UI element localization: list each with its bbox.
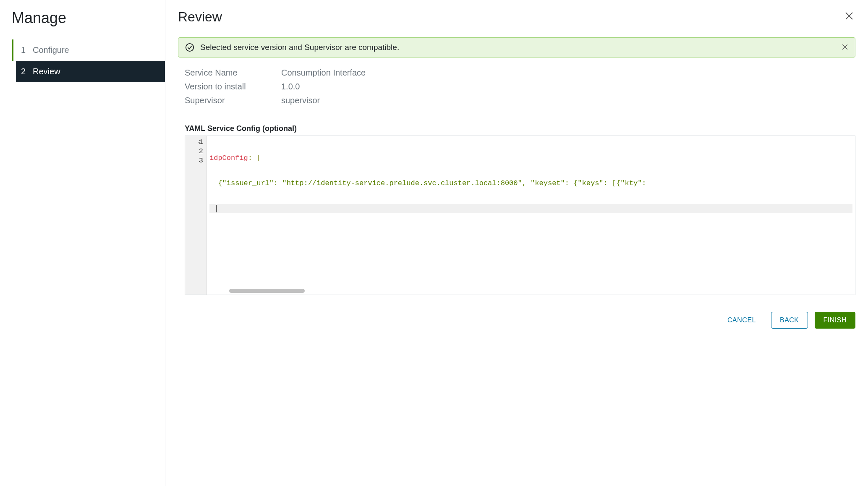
code-line-2: {"issuer_url": "http://identity-service.…	[209, 179, 852, 188]
service-name-value: Consumption Interface	[281, 68, 366, 78]
gutter-line-3: 3	[185, 156, 203, 165]
editor-code-area[interactable]: idpConfig: | {"issuer_url": "http://iden…	[207, 136, 855, 295]
back-button[interactable]: BACK	[771, 312, 808, 329]
main-content: Review Selected service version and Supe…	[165, 0, 868, 486]
gutter-line-2: 2	[185, 147, 203, 156]
close-button[interactable]	[843, 9, 855, 24]
step-label-configure: Configure	[33, 45, 69, 55]
page-title: Review	[178, 9, 222, 25]
alert-text: Selected service version and Supervisor …	[200, 43, 842, 52]
finish-button[interactable]: FINISH	[815, 312, 855, 329]
footer: CANCEL BACK FINISH	[178, 295, 855, 329]
text-cursor	[216, 205, 217, 212]
code-line-1: idpConfig: |	[209, 154, 852, 163]
cancel-button[interactable]: CANCEL	[719, 312, 764, 328]
info-row-version: Version to install 1.0.0	[185, 80, 855, 94]
step-number-2: 2	[21, 67, 33, 76]
yaml-section-label: YAML Service Config (optional)	[185, 124, 855, 133]
check-circle-icon	[185, 43, 194, 52]
yaml-editor[interactable]: 1▾ 2 3 idpConfig: | {"issuer_url": "http…	[185, 136, 855, 295]
close-icon	[842, 42, 848, 52]
success-alert: Selected service version and Supervisor …	[178, 37, 855, 57]
step-configure[interactable]: 1 Configure	[0, 39, 165, 61]
step-review[interactable]: 2 Review	[16, 61, 165, 82]
version-value: 1.0.0	[281, 82, 300, 91]
svg-point-2	[186, 44, 193, 51]
supervisor-label: Supervisor	[185, 96, 281, 105]
code-line-3	[209, 204, 852, 213]
version-label: Version to install	[185, 82, 281, 91]
editor-gutter: 1▾ 2 3	[185, 136, 207, 295]
sidebar: Manage 1 Configure 2 Review	[0, 0, 165, 486]
info-row-supervisor: Supervisor supervisor	[185, 94, 855, 107]
info-row-service-name: Service Name Consumption Interface	[185, 66, 855, 80]
step-label-review: Review	[33, 67, 60, 76]
service-name-label: Service Name	[185, 68, 281, 78]
horizontal-scrollbar-thumb[interactable]	[229, 289, 305, 293]
supervisor-value: supervisor	[281, 96, 320, 105]
sidebar-title: Manage	[0, 9, 165, 39]
close-icon	[844, 10, 854, 23]
fold-icon[interactable]: ▾	[198, 138, 201, 148]
step-number-1: 1	[21, 45, 33, 55]
alert-close-button[interactable]	[842, 43, 848, 52]
gutter-line-1: 1▾	[185, 138, 203, 147]
